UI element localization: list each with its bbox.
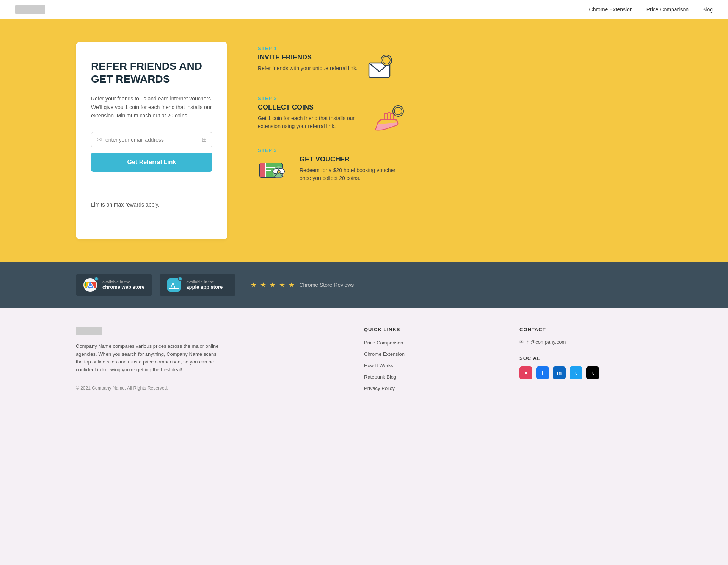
twitter-icon[interactable]: t bbox=[570, 366, 582, 379]
header-nav: Chrome Extension Price Comparison Blog bbox=[589, 6, 713, 13]
stores-banner: available in the chrome web store A avai… bbox=[0, 262, 728, 308]
footer-contact: Contact ✉ hi@company.com Social ● f in t… bbox=[519, 327, 652, 396]
step-1-description: Refer friends with your unique referral … bbox=[258, 64, 358, 72]
svg-point-16 bbox=[277, 170, 280, 173]
chrome-store-icon-wrapper bbox=[83, 278, 97, 292]
step-1-icon-container: ⚡ bbox=[365, 53, 397, 82]
email-icon: ✉ bbox=[97, 136, 102, 143]
apple-store-name: apple app store bbox=[186, 284, 223, 290]
email-input[interactable] bbox=[105, 137, 202, 143]
star-rating: ★ ★ ★ ★ ★ bbox=[251, 281, 295, 289]
social-section: Social ● f in t ♫ bbox=[519, 355, 652, 379]
step-2-title: Collect Coins bbox=[258, 103, 364, 111]
svg-rect-11 bbox=[260, 163, 265, 177]
linkedin-icon[interactable]: in bbox=[553, 366, 566, 379]
voucher-icon bbox=[258, 155, 292, 184]
step-3: Step 3 bbox=[258, 147, 652, 184]
header-logo[interactable] bbox=[15, 5, 46, 14]
svg-text:A: A bbox=[171, 282, 175, 289]
footer-copyright: © 2021 Company Name. All Rights Reserved… bbox=[76, 385, 341, 391]
chrome-store-name: chrome web store bbox=[102, 284, 144, 290]
get-referral-link-button[interactable]: Get Referral Link bbox=[91, 153, 212, 172]
svg-text:⚡: ⚡ bbox=[384, 58, 390, 63]
step-2-description: Get 1 coin for each friend that installs… bbox=[258, 114, 364, 130]
scan-icon: ⊞ bbox=[202, 136, 207, 143]
apple-store-badge[interactable]: A available in the apple app store bbox=[160, 274, 235, 296]
nav-chrome-extension[interactable]: Chrome Extension bbox=[589, 6, 633, 13]
link-ratepunk-blog[interactable]: Ratepunk Blog bbox=[364, 373, 497, 380]
email-icon-footer: ✉ bbox=[519, 339, 524, 345]
envelope-coin-icon: ⚡ bbox=[365, 53, 397, 82]
footer-logo[interactable] bbox=[76, 327, 102, 335]
step-1: Step 1 Invite Friends Refer friends with… bbox=[258, 45, 652, 82]
referral-heading: Refer Friends and Get Rewards bbox=[91, 60, 212, 85]
social-heading: Social bbox=[519, 355, 652, 361]
step-3-description: Redeem for a $20 hotel booking voucher o… bbox=[300, 166, 406, 182]
step-1-label: Step 1 bbox=[258, 45, 652, 51]
chrome-available-text: available in the bbox=[102, 280, 144, 284]
referral-description: Refer your friends to us and earn intern… bbox=[91, 94, 212, 120]
link-chrome-extension[interactable]: Chrome Extension bbox=[364, 351, 497, 357]
steps-section: Step 1 Invite Friends Refer friends with… bbox=[258, 42, 652, 197]
step-3-label: Step 3 bbox=[258, 147, 652, 153]
chrome-badge-dot bbox=[94, 277, 99, 281]
apple-available-text: available in the bbox=[186, 280, 223, 284]
quick-links-list: Price Comparison Chrome Extension How It… bbox=[364, 339, 497, 391]
chrome-store-badge[interactable]: available in the chrome web store bbox=[76, 274, 152, 296]
step-1-title: Invite Friends bbox=[258, 53, 358, 61]
contact-email-wrapper: ✉ hi@company.com bbox=[519, 339, 652, 345]
hero-section: Refer Friends and Get Rewards Refer your… bbox=[0, 19, 728, 262]
social-icons: ● f in t ♫ bbox=[519, 366, 652, 379]
instagram-icon[interactable]: ● bbox=[519, 366, 532, 379]
referral-card: Refer Friends and Get Rewards Refer your… bbox=[76, 42, 228, 239]
footer-quick-links: Quick Links Price Comparison Chrome Exte… bbox=[364, 327, 497, 396]
step-3-title: Get Voucher bbox=[300, 155, 406, 163]
email-input-wrapper[interactable]: ✉ ⊞ bbox=[91, 132, 212, 147]
quick-links-heading: Quick Links bbox=[364, 327, 497, 332]
step-2: Step 2 Collect Coins Get 1 coin for each… bbox=[258, 95, 652, 134]
tiktok-icon[interactable]: ♫ bbox=[586, 366, 599, 379]
footer-left: Company Name compares various prices acr… bbox=[76, 327, 341, 396]
facebook-icon[interactable]: f bbox=[536, 366, 549, 379]
step-3-icon-container bbox=[258, 155, 292, 184]
coin-hand-icon: ⚡ bbox=[372, 103, 406, 134]
svg-text:⚡: ⚡ bbox=[396, 109, 402, 114]
link-how-it-works[interactable]: How It Works bbox=[364, 362, 497, 369]
nav-blog[interactable]: Blog bbox=[702, 6, 713, 13]
reviews-label: Chrome Store Reviews bbox=[299, 282, 354, 288]
contact-heading: Contact bbox=[519, 327, 652, 332]
chrome-store-text: available in the chrome web store bbox=[102, 280, 144, 290]
footer: Company Name compares various prices acr… bbox=[0, 308, 728, 407]
svg-point-20 bbox=[89, 283, 92, 286]
apple-badge-dot bbox=[178, 277, 182, 281]
nav-price-comparison[interactable]: Price Comparison bbox=[646, 6, 689, 13]
svg-rect-12 bbox=[265, 163, 266, 177]
link-price-comparison[interactable]: Price Comparison bbox=[364, 339, 497, 346]
contact-email-text: hi@company.com bbox=[527, 339, 566, 345]
link-privacy-policy[interactable]: Privacy Policy bbox=[364, 385, 497, 391]
limits-text: Limits on max rewards apply. bbox=[91, 200, 212, 209]
header: Chrome Extension Price Comparison Blog bbox=[0, 0, 728, 19]
step-2-icon-container: ⚡ bbox=[372, 103, 406, 134]
apple-store-text: available in the apple app store bbox=[186, 280, 223, 290]
reviews-section: ★ ★ ★ ★ ★ Chrome Store Reviews bbox=[251, 281, 354, 289]
apple-store-icon-wrapper: A bbox=[167, 278, 181, 292]
step-2-label: Step 2 bbox=[258, 95, 652, 101]
footer-description: Company Name compares various prices acr… bbox=[76, 343, 220, 374]
